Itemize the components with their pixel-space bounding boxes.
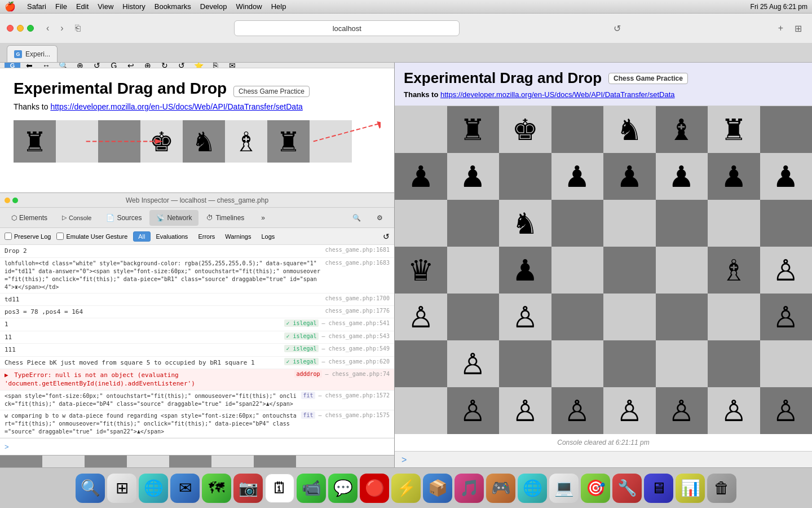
search-button[interactable]: 🔍: [346, 210, 368, 226]
menu-develop[interactable]: Develop: [200, 2, 227, 11]
filter-all[interactable]: All: [133, 231, 150, 242]
bottom-cell-5[interactable]: ♚: [169, 456, 211, 468]
dock-facetime[interactable]: 📹: [297, 474, 326, 503]
chess-cell-r6-c5[interactable]: ♙: [656, 387, 708, 434]
dock-app3[interactable]: 📦: [423, 474, 452, 503]
chess-cell-r0-c2[interactable]: ♚: [499, 106, 551, 153]
filter-logs[interactable]: Logs: [257, 231, 279, 242]
bookmark-icon-1[interactable]: ⬅: [21, 63, 37, 68]
console-input[interactable]: [12, 443, 390, 450]
dock-maps[interactable]: 🗺: [202, 474, 231, 503]
dock-mail[interactable]: ✉: [170, 474, 200, 503]
dock-app10[interactable]: 🖥: [644, 474, 673, 503]
dock-app8[interactable]: 🎯: [581, 474, 610, 503]
chess-cell-4[interactable]: ♚: [140, 120, 183, 163]
tab-network[interactable]: 📡 Network: [149, 210, 198, 226]
chess-cell-r0-c3[interactable]: [551, 106, 604, 153]
chess-cell-r3-c0[interactable]: ♛: [395, 247, 447, 294]
chess-cell-r2-c7[interactable]: [760, 200, 813, 247]
chess-cell-r3-c3[interactable]: [551, 247, 604, 294]
dock-photos[interactable]: 📷: [233, 474, 263, 503]
chess-cell-r6-c7[interactable]: ♙: [760, 387, 813, 434]
filter-errors[interactable]: Errors: [193, 231, 219, 242]
chess-cell-r0-c1[interactable]: ♜: [447, 106, 500, 153]
menu-window[interactable]: Window: [236, 2, 262, 11]
chess-cell-r0-c0[interactable]: [395, 106, 447, 153]
dock-app9[interactable]: 🔧: [612, 474, 642, 503]
bottom-cell-6[interactable]: ♙: [211, 456, 254, 468]
clear-console-button[interactable]: ↺: [383, 232, 390, 241]
menu-file[interactable]: File: [55, 2, 67, 11]
bookmark-icon-4[interactable]: ⊕: [72, 63, 88, 68]
chess-cell-r3-c4[interactable]: [603, 247, 656, 294]
extensions-button[interactable]: ⊞: [791, 21, 805, 36]
close-button[interactable]: [7, 25, 14, 32]
subtitle-link[interactable]: https://developer.mozilla.org/en-US/docs…: [50, 102, 302, 111]
chess-cell-r0-c4[interactable]: ♞: [603, 106, 656, 153]
chess-cell-r3-c5[interactable]: [656, 247, 708, 294]
bookmark-icon-3[interactable]: 🔍: [55, 63, 71, 68]
chess-cell-r2-c0[interactable]: [395, 200, 447, 247]
chess-cell-6[interactable]: ♗: [225, 120, 267, 163]
menu-history[interactable]: History: [122, 2, 145, 11]
bottom-cell-7[interactable]: ♜: [254, 456, 296, 468]
chess-cell-r4-c4[interactable]: [603, 294, 656, 340]
bottom-cell-8[interactable]: [296, 456, 338, 468]
emulate-gesture-checkbox[interactable]: [56, 233, 64, 240]
back-button[interactable]: ‹: [43, 21, 52, 36]
chess-cell-r3-c2[interactable]: ♟: [499, 247, 551, 294]
bookmark-icon-6[interactable]: G: [106, 63, 122, 68]
chess-cell-r4-c6[interactable]: [708, 294, 760, 340]
maximize-button[interactable]: [27, 25, 34, 32]
chess-cell-r0-c7[interactable]: [760, 106, 813, 153]
dock-calendar[interactable]: 🗓: [265, 474, 294, 503]
chess-cell-r4-c1[interactable]: [447, 294, 500, 340]
chess-cell-r2-c2[interactable]: ♞: [499, 200, 551, 247]
address-bar[interactable]: localhost: [234, 20, 460, 36]
menu-bookmarks[interactable]: Bookmarks: [155, 2, 191, 11]
devtools-minimize[interactable]: [5, 198, 10, 203]
chess-cell-r5-c6[interactable]: [708, 340, 760, 387]
dock-app4[interactable]: 🎵: [454, 474, 484, 503]
dock-finder[interactable]: 🔍: [76, 474, 105, 503]
chess-cell-r1-c6[interactable]: ♟: [708, 153, 760, 200]
chess-cell-r2-c5[interactable]: [656, 200, 708, 247]
bottom-cell-2[interactable]: ♙: [42, 456, 85, 468]
chess-cell-r0-c5[interactable]: ♝: [656, 106, 708, 153]
chess-cell-r1-c1[interactable]: ♟: [447, 153, 500, 200]
chess-cell-r1-c5[interactable]: ♟: [656, 153, 708, 200]
chess-cell-8[interactable]: [310, 120, 352, 163]
chess-cell-r3-c1[interactable]: [447, 247, 500, 294]
dock-trash[interactable]: 🗑: [707, 474, 736, 503]
tab-sources[interactable]: 📄 Sources: [99, 210, 148, 226]
dock-app6[interactable]: 🌐: [518, 474, 547, 503]
right-chess-badge[interactable]: Chess Game Practice: [608, 73, 688, 84]
bottom-cell-1[interactable]: ♙: [0, 456, 42, 468]
chess-cell-r5-c0[interactable]: [395, 340, 447, 387]
chess-cell-r5-c3[interactable]: [551, 340, 604, 387]
chess-cell-r6-c3[interactable]: ♙: [551, 387, 604, 434]
bookmark-icon-2[interactable]: ↔: [38, 63, 54, 68]
apple-menu[interactable]: 🍎: [5, 1, 16, 12]
chess-cell-r5-c4[interactable]: [603, 340, 656, 387]
chess-cell-r6-c6[interactable]: ♙: [708, 387, 760, 434]
chess-cell-3[interactable]: [98, 120, 140, 163]
devtools-expand[interactable]: [12, 198, 18, 203]
dock-app11[interactable]: 📊: [676, 474, 705, 503]
chess-cell-r6-c0[interactable]: [395, 387, 447, 434]
chess-cell-7[interactable]: ♜: [267, 120, 310, 163]
tab-timelines[interactable]: ⏱ Timelines: [200, 210, 251, 226]
bottom-cell-3[interactable]: ♟: [85, 456, 127, 468]
chess-cell-r4-c7[interactable]: ♙: [760, 294, 813, 340]
settings-button[interactable]: ⚙: [370, 210, 390, 226]
chess-cell-r0-c6[interactable]: ♜: [708, 106, 760, 153]
minimize-button[interactable]: [17, 25, 24, 32]
dock-safari[interactable]: 🌐: [139, 474, 168, 503]
tab-console[interactable]: ▷ Console: [55, 210, 98, 226]
chess-cell-r3-c6[interactable]: ♗: [708, 247, 760, 294]
chess-cell-r4-c3[interactable]: [551, 294, 604, 340]
share-button[interactable]: ⎗: [72, 21, 84, 36]
chess-cell-r1-c3[interactable]: ♟: [551, 153, 604, 200]
chess-cell-r2-c4[interactable]: [603, 200, 656, 247]
dock-messages[interactable]: 💬: [328, 474, 358, 503]
